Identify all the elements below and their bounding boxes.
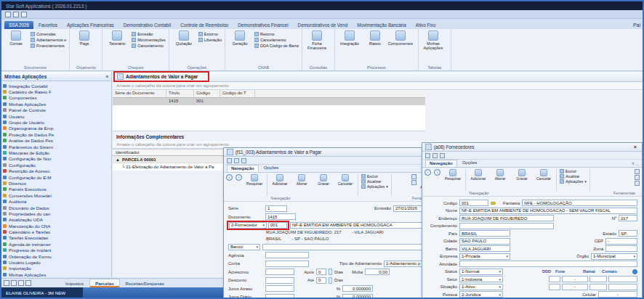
view-grid-icon[interactable]	[4, 280, 9, 286]
ramal-field[interactable]	[589, 284, 607, 290]
sidebar-item[interactable]: Agenda de treinamer	[3, 241, 110, 247]
ribbon-small-button[interactable]: Movimentações	[132, 38, 166, 42]
apos-field[interactable]: 0	[316, 269, 326, 275]
sidebar-item[interactable]: Máscaras de Edição	[3, 150, 110, 155]
ribbon-tab[interactable]: Ativo Fixo	[411, 21, 440, 29]
cancelar-button[interactable]: Cancelar	[336, 174, 355, 186]
sidebar-item[interactable]: Usuário Logado	[3, 259, 110, 265]
ribbon-small-button[interactable]: DDA Código de Barra	[254, 44, 299, 48]
fornecedor-code-field[interactable]: 001	[268, 222, 287, 229]
sidebar-item[interactable]: Auditoria	[3, 198, 110, 204]
excluir-button[interactable]: Excluir	[361, 174, 388, 179]
agencia-field[interactable]	[265, 252, 309, 258]
celular-field[interactable]: -	[598, 291, 637, 298]
nav-next-icon[interactable]: ›	[236, 174, 242, 181]
ddd-field[interactable]	[549, 284, 560, 290]
alterar-button[interactable]: Alterar	[491, 169, 510, 181]
list-icon[interactable]	[5, 12, 11, 17]
ribbon-small-button[interactable]: Financiamentos	[31, 44, 66, 48]
multa-field[interactable]: 0,00	[365, 269, 390, 275]
menu-icon[interactable]	[227, 158, 232, 163]
ribbon-tab[interactable]: Demonstrativos Financei	[233, 21, 292, 29]
ate-field[interactable]: 0	[316, 277, 326, 284]
ribbon-big-button[interactable]: Quitação	[172, 30, 196, 65]
nav-previous-icon[interactable]: ‹	[424, 169, 431, 176]
nav-next-icon[interactable]: ›	[434, 169, 440, 176]
column-header[interactable]: Código	[194, 90, 220, 97]
sidebar-item[interactable]: Usuário	[3, 113, 110, 119]
ribbon-big-button[interactable]: Rateio	[363, 30, 387, 65]
print-icon[interactable]	[411, 180, 416, 185]
estado-field[interactable]: SP	[619, 230, 637, 237]
grid-view-icon[interactable]	[432, 153, 438, 158]
ribbon-tab[interactable]: Movimentação Bancária	[353, 21, 411, 29]
atividade-field[interactable]	[459, 261, 637, 267]
ribbon-big-button[interactable]: Componentes	[389, 30, 412, 65]
pesquisar-button[interactable]: Pesquisar	[443, 169, 462, 181]
menu-icon[interactable]	[425, 153, 430, 158]
form-view-icon[interactable]	[241, 158, 246, 163]
sidebar-item[interactable]: Integração Contabil	[3, 83, 110, 89]
layout-icon[interactable]	[21, 12, 27, 17]
spinner-control[interactable]	[329, 277, 332, 284]
fornecedor-type-select[interactable]: 2-Fornecedor▾	[229, 222, 267, 229]
sidebar-item[interactable]: Progresso de implant	[3, 247, 110, 253]
desconto-field[interactable]	[265, 277, 294, 284]
sidebar-item[interactable]: Restrição de Acesso	[3, 168, 110, 173]
print-icon[interactable]	[635, 175, 640, 180]
sidebar-item[interactable]: Análise de Dados Pes	[3, 138, 110, 144]
close-icon[interactable]: ✕	[632, 144, 639, 150]
ribbon-small-button[interactable]: Retorno	[254, 32, 299, 36]
help-more-icons[interactable]: ? ...	[632, 162, 639, 166]
sidebar-item[interactable]: Configuração	[3, 162, 110, 168]
alterar-button[interactable]: Alterar	[292, 174, 311, 186]
endereco-field[interactable]: RUA JOAQUIM DE FIGUEIREDO	[459, 215, 554, 221]
grid-view-icon[interactable]	[234, 158, 239, 163]
form-view-icon[interactable]	[440, 153, 445, 158]
ribbon-big-button[interactable]: Talonário	[105, 30, 129, 65]
conta-field[interactable]	[265, 261, 309, 267]
excluir-button[interactable]: Excluir	[560, 169, 587, 173]
status-select[interactable]: 1-Normal▾	[459, 269, 503, 275]
sidebar-item[interactable]: Importação	[3, 266, 110, 271]
sidebar-item[interactable]: Configuração de Nún	[3, 156, 110, 162]
orgao-select[interactable]: 1-Municipal▾	[591, 253, 637, 260]
ribbon-big-button[interactable]: Ficha Financeira	[305, 30, 329, 65]
dialog-tab[interactable]: Opções	[260, 165, 283, 172]
export-icon[interactable]	[635, 181, 640, 186]
fone-field[interactable]: -	[562, 276, 588, 282]
ribbon-small-button[interactable]: Adiantamentos e	[31, 38, 66, 42]
nav-previous-icon[interactable]: ‹	[226, 174, 233, 181]
ribbon-tab[interactable]: Demonstrativo Contabil	[119, 21, 175, 29]
sidebar-item[interactable]: Configuração do E-M	[3, 174, 110, 180]
globe-icon[interactable]	[632, 269, 637, 274]
serie-field[interactable]: 1	[265, 205, 287, 212]
spinner-control[interactable]	[329, 269, 332, 275]
atualizar-button[interactable]: Atualizar	[361, 179, 388, 184]
atualizar-button[interactable]: Atualizar	[560, 174, 587, 179]
dialog-tab[interactable]: Navegação	[425, 160, 457, 167]
ribbon-small-button[interactable]: Liberação	[198, 38, 222, 42]
ribbon-big-button[interactable]: Minhas Aplicações	[422, 30, 445, 65]
ribbon-tab[interactable]: Aplicações Financeiras	[63, 21, 118, 29]
sidebar-item[interactable]: Diversos	[3, 180, 110, 186]
document-bottom-tab[interactable]: Parcelas	[89, 279, 119, 287]
new-window-icon[interactable]	[25, 280, 31, 286]
ribbon-small-button[interactable]: Cancelamento	[254, 38, 299, 42]
nome-field[interactable]: NF-E EMITIDA EM AMBIENTE DE HOMOLOGACAO …	[459, 208, 637, 214]
collapse-icon[interactable]: «	[105, 74, 108, 79]
aplicacoes-button[interactable]: Aplicações ▾	[361, 184, 388, 189]
sidebar-item[interactable]: Parâmetros do Sistem	[3, 144, 110, 150]
sidebar-item[interactable]: Atualização UDA	[3, 217, 110, 223]
grid-row[interactable]: 1415 001	[113, 98, 425, 105]
sidebar-item[interactable]: Cadastro de Rateio F	[3, 89, 110, 94]
codigo-field[interactable]: 001	[459, 200, 488, 206]
view-list-icon[interactable]	[11, 280, 17, 286]
pais-field[interactable]: BRASIL	[459, 230, 510, 237]
fone-field[interactable]: -	[562, 284, 588, 290]
sidebar-item[interactable]: Propriedades do can	[3, 210, 110, 216]
ribbon-big-button[interactable]: Contas	[4, 30, 28, 65]
sidebar-item[interactable]: Tarefas Executadas	[3, 235, 110, 241]
tools-icon[interactable]	[635, 169, 640, 174]
ribbon-tab[interactable]: Favoritos	[34, 21, 62, 29]
